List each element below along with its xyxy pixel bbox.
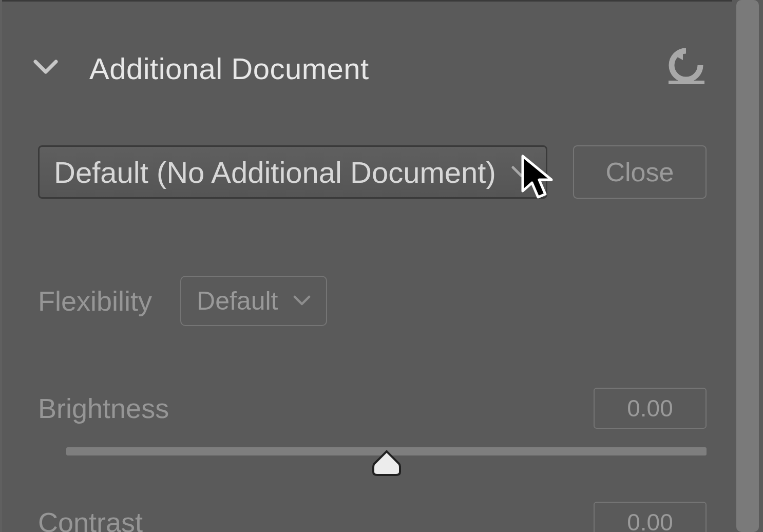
chevron-down-icon [33,59,58,78]
section-title: Additional Document [89,51,369,86]
section-header: Additional Document [2,2,732,89]
contrast-value: 0.00 [627,508,673,532]
section-collapse-toggle[interactable] [33,55,59,81]
brightness-value: 0.00 [627,394,673,422]
chevron-down-icon [293,294,311,308]
reset-button[interactable] [660,48,712,89]
window: Additional Document Default (No Addition… [0,0,763,532]
contrast-label: Contrast [38,506,143,532]
flexibility-dropdown[interactable]: Default [180,276,327,326]
scrollbar-thumb[interactable] [736,0,759,532]
brightness-header: Brightness 0.00 [38,388,707,447]
additional-document-dropdown[interactable]: Default (No Additional Document) [38,145,547,199]
additional-document-selected: Default (No Additional Document) [54,155,496,189]
chevron-down-icon [511,164,531,180]
flexibility-row: Flexibility Default [2,199,732,326]
contrast-group: Contrast 0.00 [2,455,732,532]
additional-document-panel: Additional Document Default (No Addition… [2,0,732,532]
brightness-label: Brightness [38,392,169,424]
brightness-group: Brightness 0.00 [2,326,732,455]
document-select-row: Default (No Additional Document) Close [2,89,732,199]
flexibility-label: Flexibility [38,285,152,317]
scrollbar-track [732,0,763,532]
flexibility-selected: Default [197,286,278,316]
reset-icon [664,47,708,90]
contrast-header: Contrast 0.00 [38,502,707,532]
vertical-scrollbar[interactable] [732,0,763,532]
contrast-value-input[interactable]: 0.00 [594,502,707,532]
brightness-value-input[interactable]: 0.00 [594,388,707,429]
close-button-label: Close [606,157,674,187]
brightness-slider[interactable] [66,447,707,455]
svg-rect-0 [669,81,704,84]
brightness-slider-thumb[interactable] [371,449,402,477]
close-button[interactable]: Close [573,145,707,199]
